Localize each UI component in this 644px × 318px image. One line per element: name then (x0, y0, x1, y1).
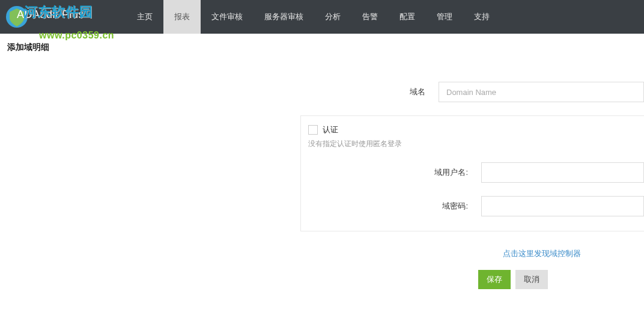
auth-checkbox[interactable] (308, 125, 318, 135)
save-button[interactable]: 保存 (478, 270, 511, 289)
domain-name-input[interactable] (439, 82, 644, 102)
domain-pass-input[interactable] (481, 196, 644, 216)
domain-user-label: 域用户名: (301, 167, 481, 178)
nav-config[interactable]: 配置 (389, 0, 426, 34)
auth-note: 没有指定认证时使用匿名登录 (301, 139, 644, 149)
domain-user-row: 域用户名: (301, 162, 644, 183)
cancel-button[interactable]: 取消 (515, 270, 548, 289)
nav-file-audit[interactable]: 文件审核 (201, 0, 254, 34)
domain-name-label: 域名 (300, 87, 439, 97)
nav-admin[interactable]: 管理 (426, 0, 463, 34)
nav-home[interactable]: 主页 (126, 0, 163, 34)
watermark-url: www.pc0359.cn (39, 30, 114, 41)
auth-header: 认证 (301, 124, 644, 135)
discover-link-row: 点击这里发现域控制器 (300, 248, 644, 259)
nav-analysis[interactable]: 分析 (314, 0, 351, 34)
watermark-title: 河东软件园 (24, 3, 93, 21)
auth-checkbox-label: 认证 (323, 124, 338, 135)
discover-dc-link[interactable]: 点击这里发现域控制器 (503, 249, 581, 258)
nav-alerts[interactable]: 告警 (351, 0, 389, 34)
domain-user-input[interactable] (481, 162, 644, 183)
button-row: 保存 取消 (300, 270, 644, 289)
nav-server-audit[interactable]: 服务器审核 (254, 0, 314, 34)
main-nav: 主页 报表 文件审核 服务器审核 分析 告警 配置 管理 支持 (126, 0, 500, 34)
form-area: 域名 认证 没有指定认证时使用匿名登录 域用户名: 域密码: 点击这里发现域控制… (300, 82, 644, 289)
nav-reports[interactable]: 报表 (163, 0, 201, 34)
auth-block: 认证 没有指定认证时使用匿名登录 域用户名: 域密码: (300, 115, 644, 231)
nav-support[interactable]: 支持 (463, 0, 500, 34)
domain-name-row: 域名 (300, 82, 644, 102)
logo-area: ADAudit Plus 河东软件园 (0, 0, 126, 34)
domain-pass-label: 域密码: (301, 201, 481, 212)
domain-pass-row: 域密码: (301, 196, 644, 216)
topbar: ADAudit Plus 河东软件园 主页 报表 文件审核 服务器审核 分析 告… (0, 0, 644, 34)
